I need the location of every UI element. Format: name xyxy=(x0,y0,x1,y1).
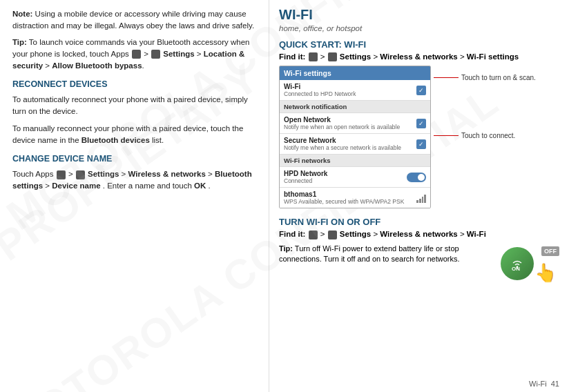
signal-bar-1 xyxy=(416,200,418,203)
bthomas-sub: WPS Available, secured with WPA/WPA2 PSK xyxy=(284,198,416,205)
open-network-checkbox[interactable]: ✓ xyxy=(416,119,426,128)
wifi-name: Wi-Fi xyxy=(284,83,416,90)
secure-network-name: Secure Network xyxy=(284,137,416,144)
bt-devices-label: Bluetooth devices xyxy=(81,136,150,144)
network-notif-section: Network notification xyxy=(280,101,430,113)
annotation-top: Touch to turn on & scan. xyxy=(434,74,536,81)
main-title: WI-FI xyxy=(279,7,559,23)
toggle-illustration: OFF ON 👆 xyxy=(501,244,559,282)
wifi-panel-wrapper: Wi-Fi settings Wi-Fi Connected to HPD Ne… xyxy=(279,66,559,208)
hpd-network-content: HPD Network Connected xyxy=(284,170,407,184)
find-it-text-2: > xyxy=(320,230,327,238)
quick-start-heading: QUICK START: WI-FI xyxy=(279,39,559,50)
allow-bt-label: Allow Bluetooth bypass xyxy=(52,61,142,70)
bthomas-name: bthomas1 xyxy=(284,190,416,198)
toggle-on-button[interactable] xyxy=(501,247,534,280)
settings-icon-2 xyxy=(76,170,85,179)
page-container: MOTOROLA CONFIDENTIAL PROPRIETARY MOTORO… xyxy=(0,0,569,392)
apps-icon xyxy=(132,50,141,59)
hpd-network-sub: Connected xyxy=(284,177,407,184)
annotation-bottom-line xyxy=(434,135,459,136)
reconnect-p1: To automatically reconnect your phone wi… xyxy=(12,94,256,117)
open-network-content: Open Network Notify me when an open netw… xyxy=(284,116,416,130)
open-network-sub: Notify me when an open network is availa… xyxy=(284,124,416,130)
settings-label: Settings xyxy=(163,50,194,58)
bthomas-content: bthomas1 WPS Available, secured with WPA… xyxy=(284,190,416,205)
reconnect-heading: RECONNECT DEVICES xyxy=(12,78,256,90)
wifi-panel-header: Wi-Fi settings xyxy=(280,66,430,80)
tip-text-2: Tip: Turn off Wi-Fi power to extend batt… xyxy=(279,244,494,265)
wifi-row-main: Wi-Fi Connected to HPD Network ✓ xyxy=(280,80,430,101)
turn-heading: TURN WI-FI ON OR OFF xyxy=(279,217,559,227)
change-device-heading: CHANGE DEVICE NAME xyxy=(12,153,256,165)
wifi-settings-panel: Wi-Fi settings Wi-Fi Connected to HPD Ne… xyxy=(279,66,431,208)
apps-icon-2 xyxy=(57,170,66,179)
footer-page: 41 xyxy=(551,380,559,388)
annotation-bottom-text: Touch to connect. xyxy=(461,132,515,139)
signal-bar-3 xyxy=(422,197,424,203)
signal-bar-4 xyxy=(424,195,426,203)
annotation-top-line xyxy=(434,77,459,78)
settings-icon-r1 xyxy=(328,52,337,61)
open-network-name: Open Network xyxy=(284,116,416,124)
note-text: Using a mobile device or accessory while… xyxy=(12,10,254,30)
secure-network-row: Secure Network Notify me when a secure n… xyxy=(280,134,430,155)
tip-label: Tip: xyxy=(12,38,27,46)
secure-network-sub: Notify me when a secure network is avail… xyxy=(284,144,416,151)
wifi-networks-section: Wi-Fi networks xyxy=(280,155,430,167)
apps-icon-r2 xyxy=(309,231,318,239)
apps-icon-r1 xyxy=(309,52,318,61)
bthomas-row[interactable]: bthomas1 WPS Available, secured with WPA… xyxy=(280,188,430,208)
toggle-off-label: OFF xyxy=(541,246,559,256)
main-subtitle: home, office, or hotspot xyxy=(279,24,559,32)
hpd-toggle[interactable] xyxy=(407,173,426,182)
left-column: Note: Using a mobile device or accessory… xyxy=(0,0,269,392)
find-it-label-2: Find it: xyxy=(279,230,305,238)
note-paragraph: Note: Using a mobile device or accessory… xyxy=(12,8,256,31)
tip2-text: Turn off Wi-Fi power to extend battery l… xyxy=(279,244,460,263)
settings-icon-r2 xyxy=(328,231,337,239)
open-network-row: Open Network Notify me when an open netw… xyxy=(280,113,430,134)
bthomas-signal xyxy=(416,193,426,203)
note-label: Note: xyxy=(12,10,32,18)
change-ok-label: OK xyxy=(194,182,206,190)
secure-network-checkbox[interactable]: ✓ xyxy=(416,139,426,149)
tip-section-2: Tip: Turn off Wi-Fi power to extend batt… xyxy=(279,244,559,282)
change-pre: Touch Apps xyxy=(12,170,53,178)
footer-text: Wi-Fi xyxy=(529,380,547,388)
hand-icon: 👆 xyxy=(534,264,557,282)
find-it-path-1: Settings > Wireless & networks > Wi-Fi s… xyxy=(340,52,519,61)
wifi-row-main-content: Wi-Fi Connected to HPD Network xyxy=(284,83,416,97)
annotation-top-text: Touch to turn on & scan. xyxy=(461,74,536,81)
change-p1: Touch Apps > Settings > Wireless & netwo… xyxy=(12,168,256,191)
change-settings-label: Settings xyxy=(88,170,119,178)
find-it-line-1: Find it: > Settings > Wireless & network… xyxy=(279,52,559,61)
find-it-label-1: Find it: xyxy=(279,52,305,61)
hpd-network-row[interactable]: HPD Network Connected xyxy=(280,167,430,188)
page-footer: Wi-Fi 41 xyxy=(529,380,559,388)
settings-icon xyxy=(151,50,160,59)
find-it-text-1: > xyxy=(320,52,327,61)
find-it-path-2: Settings > Wireless & networks > Wi-Fi xyxy=(340,230,486,238)
find-it-line-2: Find it: > Settings > Wireless & network… xyxy=(279,230,559,239)
right-column: WI-FI home, office, or hotspot QUICK STA… xyxy=(269,0,569,392)
annotation-bottom: Touch to connect. xyxy=(434,132,515,139)
tip2-label: Tip: xyxy=(279,244,293,253)
toggle-on-label: ON xyxy=(512,266,520,272)
tip-paragraph: Tip: To launch voice commands via your B… xyxy=(12,37,256,71)
secure-network-content: Secure Network Notify me when a secure n… xyxy=(284,137,416,151)
signal-bar-2 xyxy=(419,199,421,203)
change-device-label: Device name xyxy=(52,182,100,190)
reconnect-p2: To manually reconnect your phone with a … xyxy=(12,123,256,146)
hpd-network-name: HPD Network xyxy=(284,170,407,177)
change-wireless-label: Wireless & networks xyxy=(128,170,206,178)
wifi-checkbox[interactable]: ✓ xyxy=(416,86,426,95)
wifi-sub: Connected to HPD Network xyxy=(284,90,416,97)
